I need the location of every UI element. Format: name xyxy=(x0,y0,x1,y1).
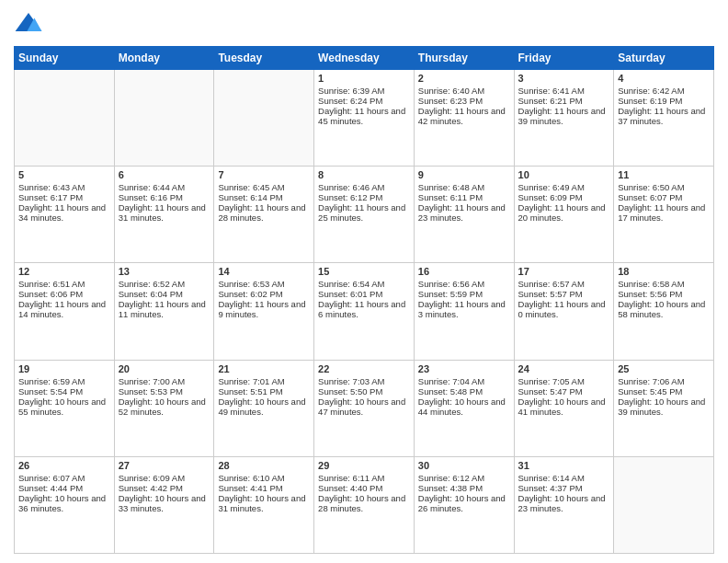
sunset-text: Sunset: 5:51 PM xyxy=(218,386,310,396)
calendar-cell-0-1 xyxy=(114,70,214,167)
sunset-text: Sunset: 6:09 PM xyxy=(518,192,610,202)
daylight-text: Daylight: 11 hours and 25 minutes. xyxy=(318,202,410,223)
calendar-cell-4-0: 26Sunrise: 6:07 AMSunset: 4:44 PMDayligh… xyxy=(15,456,115,553)
header xyxy=(14,9,714,39)
daylight-text: Daylight: 11 hours and 31 minutes. xyxy=(119,202,210,223)
day-number: 22 xyxy=(318,363,410,374)
sunset-text: Sunset: 4:41 PM xyxy=(218,483,310,493)
sunrise-text: Sunrise: 6:44 AM xyxy=(119,182,210,192)
daylight-text: Daylight: 11 hours and 9 minutes. xyxy=(218,299,310,319)
calendar-cell-2-3: 15Sunrise: 6:54 AMSunset: 6:01 PMDayligh… xyxy=(314,263,415,360)
calendar-cell-3-4: 23Sunrise: 7:04 AMSunset: 5:48 PMDayligh… xyxy=(414,360,514,456)
daylight-text: Daylight: 10 hours and 47 minutes. xyxy=(318,396,410,417)
sunset-text: Sunset: 4:37 PM xyxy=(518,483,610,493)
week-row-2: 12Sunrise: 6:51 AMSunset: 6:06 PMDayligh… xyxy=(15,263,714,360)
daylight-text: Daylight: 11 hours and 37 minutes. xyxy=(618,106,710,126)
daylight-text: Daylight: 11 hours and 42 minutes. xyxy=(418,106,510,126)
sunrise-text: Sunrise: 7:00 AM xyxy=(119,376,210,386)
sunset-text: Sunset: 5:50 PM xyxy=(318,386,410,396)
sunset-text: Sunset: 6:17 PM xyxy=(18,192,110,202)
day-number: 20 xyxy=(119,363,210,374)
calendar-cell-0-0 xyxy=(15,70,115,167)
sunset-text: Sunset: 6:23 PM xyxy=(418,96,510,106)
calendar-cell-4-3: 29Sunrise: 6:11 AMSunset: 4:40 PMDayligh… xyxy=(314,456,415,553)
sunrise-text: Sunrise: 6:43 AM xyxy=(18,182,110,192)
day-number: 2 xyxy=(418,73,510,84)
calendar-cell-0-2 xyxy=(214,70,314,167)
daylight-text: Daylight: 11 hours and 0 minutes. xyxy=(518,299,610,319)
day-number: 17 xyxy=(518,266,610,277)
daylight-text: Daylight: 10 hours and 36 minutes. xyxy=(18,493,110,513)
daylight-text: Daylight: 11 hours and 20 minutes. xyxy=(518,202,610,223)
day-number: 29 xyxy=(318,460,410,471)
calendar-cell-3-6: 25Sunrise: 7:06 AMSunset: 5:45 PMDayligh… xyxy=(614,360,714,456)
day-number: 31 xyxy=(518,460,610,471)
calendar-cell-1-6: 11Sunrise: 6:50 AMSunset: 6:07 PMDayligh… xyxy=(614,167,714,263)
day-number: 5 xyxy=(18,169,110,180)
weekday-header-monday: Monday xyxy=(114,47,214,70)
weekday-header-saturday: Saturday xyxy=(614,47,714,70)
sunrise-text: Sunrise: 6:42 AM xyxy=(618,86,710,96)
logo-icon xyxy=(14,9,43,39)
week-row-1: 5Sunrise: 6:43 AMSunset: 6:17 PMDaylight… xyxy=(15,167,714,263)
calendar-cell-3-5: 24Sunrise: 7:05 AMSunset: 5:47 PMDayligh… xyxy=(514,360,614,456)
day-number: 26 xyxy=(18,460,110,471)
calendar-cell-4-6 xyxy=(614,456,714,553)
sunrise-text: Sunrise: 6:54 AM xyxy=(318,279,410,289)
day-number: 16 xyxy=(418,266,510,277)
day-number: 11 xyxy=(618,169,710,180)
calendar-cell-4-5: 31Sunrise: 6:14 AMSunset: 4:37 PMDayligh… xyxy=(514,456,614,553)
calendar-cell-4-1: 27Sunrise: 6:09 AMSunset: 4:42 PMDayligh… xyxy=(114,456,214,553)
sunrise-text: Sunrise: 6:48 AM xyxy=(418,182,510,192)
sunset-text: Sunset: 6:04 PM xyxy=(119,289,210,299)
sunrise-text: Sunrise: 6:40 AM xyxy=(418,86,510,96)
calendar-cell-4-4: 30Sunrise: 6:12 AMSunset: 4:38 PMDayligh… xyxy=(414,456,514,553)
sunset-text: Sunset: 5:47 PM xyxy=(518,386,610,396)
daylight-text: Daylight: 10 hours and 41 minutes. xyxy=(518,396,610,417)
calendar-cell-1-2: 7Sunrise: 6:45 AMSunset: 6:14 PMDaylight… xyxy=(214,167,314,263)
sunrise-text: Sunrise: 7:06 AM xyxy=(618,376,710,386)
day-number: 28 xyxy=(218,460,310,471)
calendar-table: SundayMondayTuesdayWednesdayThursdayFrid… xyxy=(14,46,714,554)
sunrise-text: Sunrise: 6:14 AM xyxy=(518,473,610,483)
sunrise-text: Sunrise: 7:05 AM xyxy=(518,376,610,386)
daylight-text: Daylight: 11 hours and 6 minutes. xyxy=(318,299,410,319)
day-number: 6 xyxy=(119,169,210,180)
sunset-text: Sunset: 5:59 PM xyxy=(418,289,510,299)
day-number: 1 xyxy=(318,73,410,84)
daylight-text: Daylight: 11 hours and 34 minutes. xyxy=(18,202,110,223)
sunrise-text: Sunrise: 6:45 AM xyxy=(218,182,310,192)
sunset-text: Sunset: 6:14 PM xyxy=(218,192,310,202)
day-number: 13 xyxy=(119,266,210,277)
sunrise-text: Sunrise: 6:10 AM xyxy=(218,473,310,483)
week-row-0: 1Sunrise: 6:39 AMSunset: 6:24 PMDaylight… xyxy=(15,70,714,167)
calendar-cell-1-3: 8Sunrise: 6:46 AMSunset: 6:12 PMDaylight… xyxy=(314,167,415,263)
daylight-text: Daylight: 11 hours and 3 minutes. xyxy=(418,299,510,319)
calendar-cell-2-5: 17Sunrise: 6:57 AMSunset: 5:57 PMDayligh… xyxy=(514,263,614,360)
calendar-cell-0-6: 4Sunrise: 6:42 AMSunset: 6:19 PMDaylight… xyxy=(614,70,714,167)
sunset-text: Sunset: 5:57 PM xyxy=(518,289,610,299)
sunset-text: Sunset: 6:24 PM xyxy=(318,96,410,106)
day-number: 24 xyxy=(518,363,610,374)
daylight-text: Daylight: 10 hours and 33 minutes. xyxy=(119,493,210,513)
daylight-text: Daylight: 10 hours and 26 minutes. xyxy=(418,493,510,513)
day-number: 7 xyxy=(218,169,310,180)
sunrise-text: Sunrise: 6:41 AM xyxy=(518,86,610,96)
sunrise-text: Sunrise: 7:04 AM xyxy=(418,376,510,386)
daylight-text: Daylight: 10 hours and 52 minutes. xyxy=(119,396,210,417)
day-number: 12 xyxy=(18,266,110,277)
day-number: 18 xyxy=(618,266,710,277)
sunrise-text: Sunrise: 6:59 AM xyxy=(18,376,110,386)
sunrise-text: Sunrise: 7:03 AM xyxy=(318,376,410,386)
daylight-text: Daylight: 10 hours and 39 minutes. xyxy=(618,396,710,417)
sunrise-text: Sunrise: 6:56 AM xyxy=(418,279,510,289)
daylight-text: Daylight: 10 hours and 44 minutes. xyxy=(418,396,510,417)
sunset-text: Sunset: 4:42 PM xyxy=(119,483,210,493)
sunset-text: Sunset: 5:53 PM xyxy=(119,386,210,396)
sunrise-text: Sunrise: 6:53 AM xyxy=(218,279,310,289)
day-number: 19 xyxy=(18,363,110,374)
sunrise-text: Sunrise: 6:51 AM xyxy=(18,279,110,289)
calendar-cell-0-3: 1Sunrise: 6:39 AMSunset: 6:24 PMDaylight… xyxy=(314,70,415,167)
logo xyxy=(14,9,47,39)
sunrise-text: Sunrise: 6:46 AM xyxy=(318,182,410,192)
